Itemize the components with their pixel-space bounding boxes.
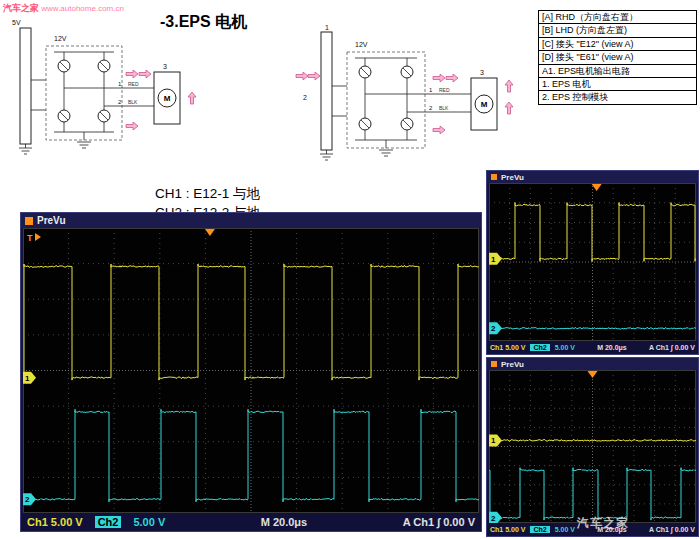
scope-status-segment: Ch2 [95, 516, 122, 528]
blk-wire-label: BLK [439, 105, 449, 111]
scope-screen: 12T [23, 228, 479, 513]
scope-status-segment: 5.00 V [555, 526, 575, 533]
connector-strip [20, 28, 31, 144]
pin-1-label: 1 [118, 81, 122, 87]
h-bridge-box [347, 52, 425, 148]
watermark-brand: 汽车之家 [3, 3, 39, 13]
scope-mode-label: PreVu [501, 173, 524, 182]
connector-3-label: 3 [480, 69, 484, 76]
legend-row: [B] LHD (方向盘左置) [539, 24, 696, 37]
motor-m-label: M [481, 100, 488, 109]
circuit-diagram-left: 5V 12V 1 RED 2 BLK [8, 14, 203, 162]
red-wire-label: RED [128, 81, 139, 87]
scope-status-segment: A Ch1 ∫ 0.00 V [649, 344, 695, 351]
pin-1-label: 1 [429, 87, 433, 93]
svg-text:1: 1 [491, 255, 496, 264]
scope-status-segment: M 20.0μs [597, 344, 627, 351]
scope-waveform-display: 12 [489, 183, 696, 341]
scope-status-segment: Ch2 [530, 344, 549, 351]
scope-status-segment: A Ch1 ∫ 0.00 V [649, 526, 695, 533]
scope-status-segment: Ch2 [530, 526, 549, 533]
scope-waveform-display: 12 [489, 370, 696, 523]
channel-note-ch1: CH1 : E12-1 与地 [155, 184, 260, 203]
scope-mode-label: PreVu [37, 215, 66, 226]
red-wire-label: RED [439, 87, 450, 93]
scope-status-segment: 5.00 V [555, 344, 575, 351]
svg-text:1: 1 [25, 374, 30, 383]
acquisition-state-icon [491, 361, 497, 367]
component-1-label: 1 [325, 24, 329, 31]
svg-text:1: 1 [491, 436, 496, 445]
transistor-icon [58, 60, 110, 122]
signal-arrow-icon [296, 72, 320, 80]
supply-5v-label: 5V [12, 19, 21, 26]
pin-2-label: 2 [118, 99, 122, 105]
scope-topbar: PreVu [21, 213, 481, 228]
transistor-icon [359, 66, 413, 130]
scope-statusbar: Ch1 5.00 VCh25.00 VM 20.0μsA Ch1 ∫ 0.00 … [21, 513, 481, 531]
scope-waveform-display: 12T [23, 228, 479, 513]
circuit-diagram-right: 1 2 12V [295, 22, 535, 167]
watermark-url: www.autohome.com.cn [41, 4, 124, 13]
connector-strip [321, 32, 332, 150]
pin-2-label: 2 [429, 105, 433, 111]
legend-table: [A] RHD（方向盘右置） [B] LHD (方向盘左置) [C] 接头 "E… [538, 10, 697, 105]
oscilloscope-top-right: PreVu 12 Ch1 5.00 VCh25.00 VM 20.0μsA Ch… [486, 170, 699, 355]
ground-symbol [77, 142, 91, 148]
svg-text:2: 2 [25, 495, 30, 504]
legend-row: 1. EPS 电机 [539, 78, 696, 91]
supply-12v-label: 12V [54, 35, 67, 42]
watermark-overlay: 汽车之家 [577, 515, 629, 532]
ground-symbol [19, 148, 32, 154]
scope-topbar: PreVu [487, 358, 698, 370]
svg-text:2: 2 [491, 324, 496, 333]
acquisition-state-icon [25, 217, 33, 225]
legend-row: [A] RHD（方向盘右置） [539, 11, 696, 24]
connector-3-label: 3 [163, 63, 167, 70]
legend-row: A1. EPS电机输出电路 [539, 65, 696, 78]
oscilloscope-main: PreVu 12T Ch1 5.00 VCh25.00 VM 20.0μsA C… [20, 212, 482, 532]
scope-status-segment: M 20.0μs [261, 516, 307, 528]
scope-status-segment: Ch1 5.00 V [27, 516, 83, 528]
svg-text:T: T [27, 233, 33, 243]
manual-page: 汽车之家 www.autohome.com.cn 汽车之家 -3.EPS 电机 … [0, 0, 700, 539]
oscilloscope-bottom-right: PreVu 12 Ch1 5.00 VCh25.00 VM 20.0μsA Ch… [486, 357, 699, 537]
blk-wire-label: BLK [128, 99, 138, 105]
legend-row: [C] 接头 "E12" (view A) [539, 38, 696, 51]
motor-m-label: M [164, 94, 171, 103]
svg-text:2: 2 [491, 514, 496, 523]
scope-status-segment: A Ch1 ∫ 0.00 V [403, 516, 475, 528]
scope-status-segment: Ch1 5.00 V [490, 526, 525, 533]
acquisition-state-icon [491, 174, 497, 180]
scope-statusbar: Ch1 5.00 VCh25.00 VM 20.0μsA Ch1 ∫ 0.00 … [487, 341, 698, 354]
scope-screen: 12 [489, 183, 696, 341]
scope-topbar: PreVu [487, 171, 698, 183]
h-bridge-box [46, 46, 122, 140]
ground-symbol [379, 150, 393, 156]
legend-row: [D] 接头 "E61" (view A) [539, 51, 696, 64]
scope-status-segment: 5.00 V [133, 516, 165, 528]
scope-status-segment: Ch1 5.00 V [490, 344, 525, 351]
scope-screen: 12 [489, 370, 696, 523]
scope-mode-label: PreVu [501, 360, 524, 369]
component-2-label: 2 [303, 94, 307, 101]
legend-row: 2. EPS 控制模块 [539, 91, 696, 103]
ground-symbol [320, 154, 333, 160]
supply-12v-label: 12V [355, 41, 368, 48]
